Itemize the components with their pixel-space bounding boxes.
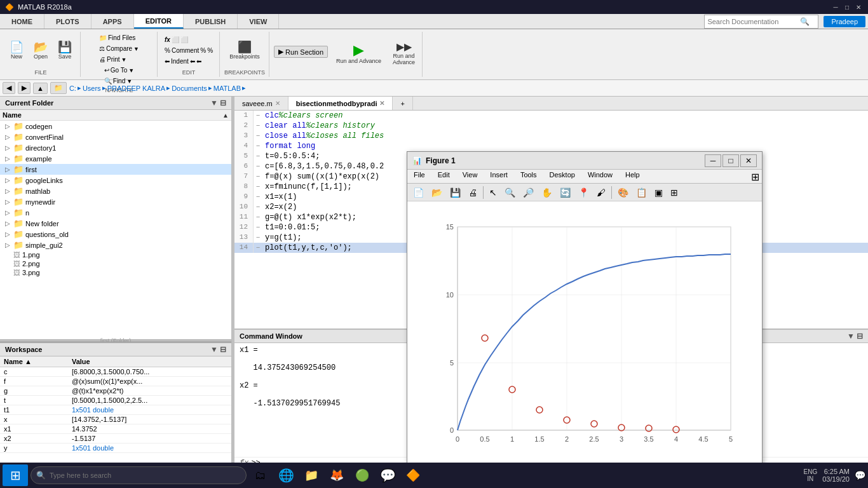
up-button[interactable]: ▲ <box>33 83 48 94</box>
comment-button[interactable]: % Comment % % <box>162 46 215 55</box>
taskbar-icon-edge[interactable]: 🌐 <box>275 464 297 486</box>
figure-menu-edit[interactable]: Edit <box>431 170 456 183</box>
save-button[interactable]: 💾 Save <box>53 39 76 62</box>
fig-new-icon[interactable]: 📄 <box>410 186 427 200</box>
path-documents[interactable]: Documents <box>172 85 207 92</box>
figure-menu-help[interactable]: Help <box>619 170 646 183</box>
tab-editor[interactable]: EDITOR <box>134 14 184 29</box>
folder-codegen[interactable]: ▷📁codegen <box>0 121 231 132</box>
run-section-top-button[interactable]: ▶ Run Section <box>274 46 328 58</box>
browse-button[interactable]: 📁 <box>50 82 67 94</box>
compare-button[interactable]: ⚖ Compare ▼ <box>97 44 142 53</box>
taskbar-icon-explorer[interactable]: 📁 <box>300 464 323 486</box>
ws-row-f[interactable]: f@(x)sum((x(1)*exp(x... <box>0 377 231 386</box>
new-button[interactable]: 📄 New <box>5 39 28 62</box>
ws-row-x2[interactable]: x2-1.5137 <box>0 434 231 444</box>
workspace-collapse-icon[interactable]: ▼ <box>210 345 218 354</box>
run-button[interactable]: ▶ Run and Advance <box>333 41 384 66</box>
minimize-button[interactable]: ─ <box>831 3 840 11</box>
cmd-menu-icon[interactable]: ⊟ <box>857 332 863 341</box>
taskbar-notification-icon[interactable]: 💬 <box>855 470 865 480</box>
search-documentation-input[interactable] <box>705 18 800 25</box>
path-username[interactable]: PRADEEP KALRA <box>107 85 166 92</box>
goto-button[interactable]: ↩ Go To ▼ <box>102 65 137 75</box>
ws-row-y[interactable]: y1x501 double <box>0 444 231 453</box>
figure-minimize-button[interactable]: ─ <box>705 154 721 167</box>
close-button[interactable]: ✕ <box>854 3 863 11</box>
taskbar-icon-matlab[interactable]: 🔶 <box>402 464 424 486</box>
add-tab-button[interactable]: + <box>393 97 412 110</box>
folder-mynewdir[interactable]: ▷📁mynewdir <box>0 196 231 207</box>
tab-apps[interactable]: APPS <box>92 14 134 29</box>
figure-menu-window[interactable]: Window <box>581 170 619 183</box>
folder-simple-gui2[interactable]: ▷📁simple_gui2 <box>0 240 231 250</box>
maximize-button[interactable]: □ <box>843 3 851 11</box>
taskbar-icon-app1[interactable]: 🟢 <box>351 464 374 486</box>
run-and-advance-button[interactable]: ▶▶ Run andAdvance <box>390 40 418 67</box>
cmd-collapse-icon[interactable]: ▼ <box>847 332 855 341</box>
ws-row-c[interactable]: c[6.8000,3,1.5000,0.750... <box>0 367 231 377</box>
fig-rotate-icon[interactable]: 🔄 <box>557 186 574 200</box>
tab-view[interactable]: VIEW <box>238 14 279 29</box>
folder-directory1[interactable]: ▷📁directory1 <box>0 142 231 153</box>
start-button[interactable]: ⊞ <box>3 464 28 486</box>
figure-menu-insert[interactable]: Insert <box>484 170 514 183</box>
taskbar-icon-task-view[interactable]: 🗂 <box>249 464 272 486</box>
forward-button[interactable]: ▶ <box>18 82 31 94</box>
folder-mathlab[interactable]: ▷📁mathlab <box>0 186 231 196</box>
figure-menu-file[interactable]: File <box>407 170 431 183</box>
fx-button[interactable]: fx ⬜ ⬜ <box>162 35 191 44</box>
fig-zoom-out-icon[interactable]: 🔎 <box>520 186 537 200</box>
fig-brush-icon[interactable]: 🖌 <box>593 186 609 200</box>
tab-plots[interactable]: PLOTS <box>44 14 92 29</box>
folder-example[interactable]: ▷📁example <box>0 153 231 164</box>
tab-saveee[interactable]: saveee.m ✕ <box>234 97 288 110</box>
folder-new-folder[interactable]: ▷📁New folder <box>0 218 231 229</box>
indent-button[interactable]: ⬅ Indent ⬅ ⬅ <box>162 57 204 66</box>
fig-zoom-in-icon[interactable]: 🔍 <box>501 186 519 200</box>
tab-bisection[interactable]: bisectionmethodbypradi ✕ <box>288 97 393 110</box>
figure-close-button[interactable]: ✕ <box>740 154 757 167</box>
file-1png[interactable]: 🖼1.png <box>0 250 231 259</box>
print-button[interactable]: 🖨 Print ▼ <box>97 55 129 64</box>
tab-home[interactable]: HOME <box>0 14 44 29</box>
taskbar-search-box[interactable]: 🔍 <box>31 466 247 484</box>
figure-expand-icon[interactable]: ⊞ <box>749 170 762 183</box>
taskbar-icon-firefox[interactable]: 🦊 <box>325 464 348 486</box>
fig-print-icon[interactable]: 🖨 <box>465 186 480 200</box>
figure-menu-desktop[interactable]: Desktop <box>543 170 581 183</box>
close-bisection-tab[interactable]: ✕ <box>379 100 384 107</box>
workspace-menu-icon[interactable]: ⊟ <box>220 345 226 354</box>
fig-cursor-icon[interactable]: ↖ <box>486 186 500 200</box>
current-folder-menu-icon[interactable]: ⊟ <box>220 98 226 107</box>
fig-hide-plot-icon[interactable]: ▣ <box>651 186 666 200</box>
breakpoints-button[interactable]: ⬛ Breakpoints <box>226 39 263 62</box>
back-button[interactable]: ◀ <box>3 82 15 94</box>
folder-first[interactable]: ▷📁first <box>0 164 231 175</box>
file-2png[interactable]: 🖼2.png <box>0 259 231 268</box>
current-folder-collapse-icon[interactable]: ▼ <box>210 98 218 107</box>
ws-row-x[interactable]: x[14.3752,-1.5137] <box>0 415 231 424</box>
ws-row-g[interactable]: g@(t)x1*exp(x2*t) <box>0 386 231 396</box>
folder-n[interactable]: ▷📁n <box>0 207 231 218</box>
fig-pan-icon[interactable]: ✋ <box>538 186 555 200</box>
search-documentation-box[interactable]: 🔍 <box>704 15 818 29</box>
user-button[interactable]: Pradeep <box>824 16 865 27</box>
close-saveee-tab[interactable]: ✕ <box>275 100 280 107</box>
fig-open-icon[interactable]: 📂 <box>428 186 445 200</box>
path-matlab[interactable]: MATLAB <box>214 85 241 92</box>
figure-menu-view[interactable]: View <box>456 170 484 183</box>
figure-menu-tools[interactable]: Tools <box>514 170 543 183</box>
ws-row-x1[interactable]: x114.3752 <box>0 424 231 434</box>
fig-datacursor-icon[interactable]: 📍 <box>575 186 592 200</box>
figure-maximize-button[interactable]: □ <box>722 154 739 167</box>
path-users[interactable]: Users <box>83 85 101 92</box>
tab-publish[interactable]: PUBLISH <box>184 14 238 29</box>
folder-questions-old[interactable]: ▷📁questions_old <box>0 229 231 240</box>
fig-grid-icon[interactable]: ⊞ <box>667 186 681 200</box>
fig-save-icon[interactable]: 💾 <box>447 186 464 200</box>
taskbar-search-input[interactable] <box>50 471 227 479</box>
open-button[interactable]: 📂 Open <box>29 39 52 62</box>
fig-insert-colorbar-icon[interactable]: 🎨 <box>614 186 632 200</box>
find-files-button[interactable]: 📁 Find Files <box>97 33 138 43</box>
